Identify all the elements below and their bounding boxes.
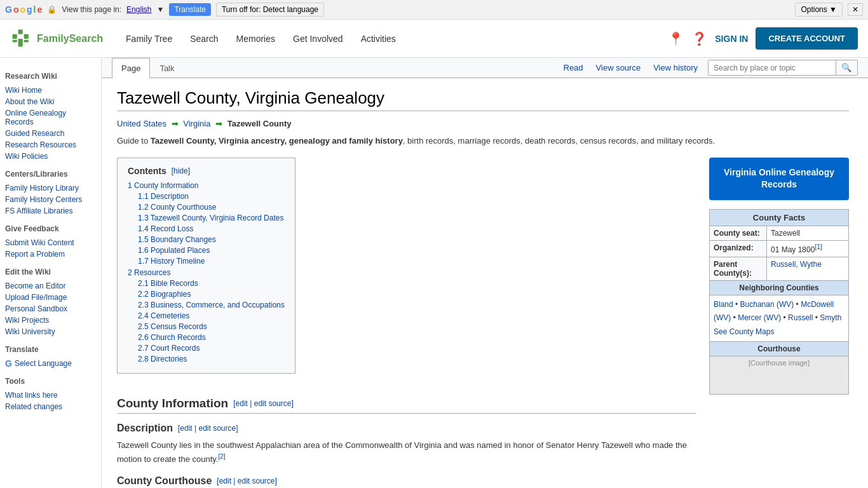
edit-source-county-info-link[interactable]: edit source [254, 399, 292, 408]
sidebar-item-upload-file[interactable]: Upload File/Image [5, 292, 96, 303]
neighbor-smyth[interactable]: Smyth [820, 313, 841, 322]
turnoff-button[interactable]: Turn off for: Detect language [216, 3, 324, 17]
sidebar-item-fs-affiliate[interactable]: FS Affiliate Libraries [5, 205, 96, 217]
toc-item-2: 2 Resources 2.1 Bible Records 2.2 Biogra… [128, 268, 285, 363]
page-tab-actions: Read View source View history 🔍 [561, 58, 858, 78]
parent-county-russell-link[interactable]: Russell [771, 260, 796, 269]
toc-link-2-5[interactable]: 2.5 Census Records [138, 322, 207, 331]
neighbor-russell[interactable]: Russell [788, 313, 813, 322]
tab-view-source[interactable]: View source [593, 58, 644, 78]
organized-label: Organized: [710, 240, 767, 257]
logo-area: FamilySearch [10, 27, 103, 50]
toc-link-2[interactable]: 2 Resources [128, 268, 170, 277]
toc-link-1-4[interactable]: 1.4 Record Loss [138, 224, 193, 233]
toc-link-1[interactable]: 1 County Information [128, 181, 198, 190]
side-column: Virginia Online Genealogy Records County… [709, 158, 849, 489]
toc-link-1-1[interactable]: 1.1 Description [138, 192, 189, 201]
language-link[interactable]: English [126, 5, 151, 14]
toc-link-2-1[interactable]: 2.1 Bible Records [138, 279, 198, 288]
page-intro: Guide to Tazewell County, Virginia ances… [117, 135, 849, 147]
toc-link-1-2[interactable]: 1.2 County Courthouse [138, 203, 216, 212]
toc-box: Contents [hide] 1 County Information 1.1… [117, 158, 295, 374]
toc-hide-link[interactable]: [hide] [172, 166, 190, 175]
nav-search[interactable]: Search [182, 29, 226, 49]
toc-link-2-4[interactable]: 2.4 Cemeteries [138, 311, 189, 320]
nav-family-tree[interactable]: Family Tree [118, 29, 180, 49]
sidebar-item-related-changes[interactable]: Related changes [5, 401, 96, 412]
edit-county-info-link[interactable]: edit [236, 399, 248, 408]
parent-county-wythe-link[interactable]: Wythe [800, 260, 822, 269]
sidebar-item-family-history-centers[interactable]: Family History Centers [5, 194, 96, 205]
help-icon-button[interactable]: ❓ [691, 31, 707, 46]
toc-link-1-6[interactable]: 1.6 Populated Places [138, 246, 210, 255]
sidebar-item-wiki-home[interactable]: Wiki Home [5, 85, 96, 96]
familysearch-logo-icon [10, 27, 33, 50]
sidebar-item-personal-sandbox[interactable]: Personal Sandbox [5, 303, 96, 315]
translate-bar: Google 🔒 View this page in: English ▼ Tr… [0, 0, 868, 20]
edit-courthouse-link[interactable]: edit [219, 477, 231, 485]
nav-activities[interactable]: Activities [353, 29, 403, 49]
desc-ref: [2] [218, 453, 225, 460]
sidebar-item-family-history-library[interactable]: Family History Library [5, 182, 96, 194]
neighbor-bland[interactable]: Bland [714, 300, 733, 309]
toc-link-1-3[interactable]: 1.3 Tazewell County, Virginia Record Dat… [138, 214, 283, 222]
nav-memories[interactable]: Memories [229, 29, 283, 49]
sidebar-item-report-problem[interactable]: Report a Problem [5, 248, 96, 260]
wiki-search-input[interactable] [709, 61, 836, 75]
tab-read[interactable]: Read [561, 58, 586, 78]
toc-link-2-7[interactable]: 2.7 Court Records [138, 344, 200, 353]
edit-source-courthouse-link[interactable]: edit source [238, 477, 275, 485]
breadcrumb-county: Tazewell County [227, 119, 292, 128]
neighbor-buchanan[interactable]: Buchanan (WV) [740, 300, 794, 309]
content-area: Page Talk Read View source View history … [102, 58, 868, 488]
toc-link-2-6[interactable]: 2.6 Church Records [138, 333, 206, 342]
sidebar-translate-title: Translate [5, 345, 96, 354]
neighbor-mercer[interactable]: Mercer (WV) [738, 313, 781, 322]
sidebar-item-what-links-here[interactable]: What links here [5, 390, 96, 401]
virginia-genealogy-button[interactable]: Virginia Online Genealogy Records [709, 158, 849, 200]
toc-link-1-5[interactable]: 1.5 Boundary Changes [138, 235, 216, 244]
two-column-layout: Contents [hide] 1 County Information 1.1… [117, 158, 849, 489]
toc-link-2-3[interactable]: 2.3 Business, Commerce, and Occupations [138, 301, 285, 309]
sidebar-item-submit-wiki[interactable]: Submit Wiki Content [5, 237, 96, 248]
parent-county-value: Russell, Wythe [767, 257, 849, 280]
breadcrumb: United States ➡ Virginia ➡ Tazewell Coun… [117, 119, 849, 128]
page-layout: Research Wiki Wiki Home About the Wiki O… [0, 58, 868, 488]
svg-rect-2 [18, 29, 23, 34]
breadcrumb-va[interactable]: Virginia [183, 119, 210, 128]
sidebar-item-wiki-university[interactable]: Wiki University [5, 326, 96, 337]
section-courthouse: County Courthouse [edit | edit source] [117, 475, 696, 487]
options-button[interactable]: Options ▼ [795, 3, 843, 17]
sidebar-item-become-editor[interactable]: Become an Editor [5, 280, 96, 292]
sidebar-item-guided-research[interactable]: Guided Research [5, 128, 96, 139]
tab-view-history[interactable]: View history [651, 58, 700, 78]
sidebar-item-wiki-projects[interactable]: Wiki Projects [5, 315, 96, 326]
location-icon-button[interactable]: 📍 [668, 31, 684, 46]
wiki-search-button[interactable]: 🔍 [836, 60, 857, 75]
sign-in-button[interactable]: SIGN IN [715, 34, 748, 44]
sidebar-item-about-wiki[interactable]: About the Wiki [5, 96, 96, 107]
edit-source-desc-link[interactable]: edit source [199, 424, 236, 433]
description-text: Tazewell County lies in the southwest Ap… [117, 439, 696, 467]
svg-rect-4 [18, 39, 23, 47]
see-county-maps-link[interactable]: See County Maps [714, 327, 774, 336]
toc-link-2-8[interactable]: 2.8 Directories [138, 355, 187, 363]
breadcrumb-us[interactable]: United States [117, 119, 166, 128]
create-account-button[interactable]: CREATE ACCOUNT [756, 27, 858, 50]
toc-link-2-2[interactable]: 2.2 Biographies [138, 290, 191, 299]
county-facts-table: County Facts County seat: Tazewell Organ… [709, 209, 849, 395]
sidebar-give-feedback-title: Give Feedback [5, 224, 96, 233]
edit-desc-link[interactable]: edit [180, 424, 192, 433]
tab-page[interactable]: Page [112, 58, 150, 78]
sidebar-item-online-genealogy[interactable]: Online Genealogy Records [5, 107, 96, 128]
sidebar: Research Wiki Wiki Home About the Wiki O… [0, 58, 102, 488]
translate-button[interactable]: Translate [169, 3, 211, 16]
sidebar-item-wiki-policies[interactable]: Wiki Policies [5, 151, 96, 162]
sidebar-item-select-language[interactable]: Select Language [15, 358, 72, 369]
toc-item-1: 1 County Information 1.1 Description 1.2… [128, 181, 285, 266]
toc-link-1-7[interactable]: 1.7 History Timeline [138, 257, 205, 266]
close-button[interactable]: ✕ [848, 3, 863, 16]
tab-talk[interactable]: Talk [150, 58, 184, 78]
sidebar-item-research-resources[interactable]: Research Resources [5, 139, 96, 151]
nav-get-involved[interactable]: Get Involved [285, 29, 351, 49]
